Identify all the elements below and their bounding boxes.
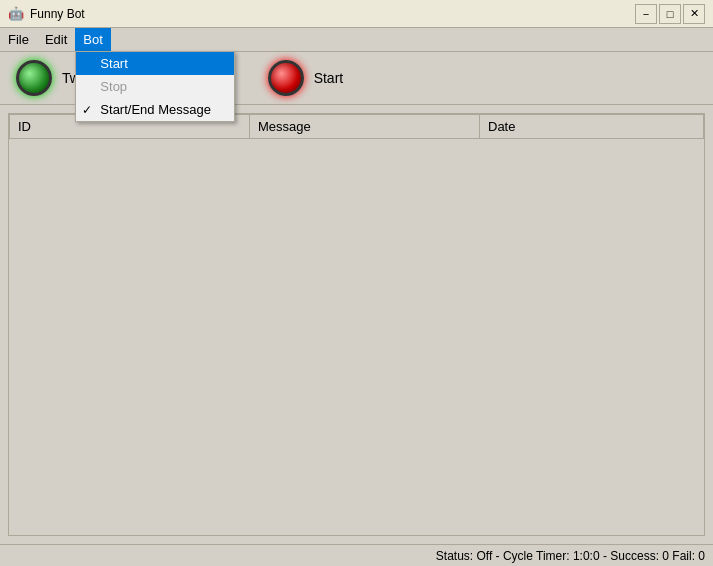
status-bar: Status: Off - Cycle Timer: 1:0:0 - Succe…	[0, 544, 713, 566]
data-table-container: ID Message Date	[8, 113, 705, 536]
col-header-date: Date	[480, 115, 704, 139]
bot-menu-start[interactable]: Start	[76, 52, 234, 75]
app-icon: 🤖	[8, 6, 24, 22]
app-title: Funny Bot	[30, 7, 85, 21]
menu-item-file[interactable]: File	[0, 28, 37, 51]
bot-dropdown: Start Stop ✓ Start/End Message	[75, 51, 235, 122]
menu-item-bot[interactable]: Bot Start Stop ✓ Start/End Message	[75, 28, 111, 51]
col-header-message: Message	[250, 115, 480, 139]
bot-menu-start-label: Start	[100, 56, 127, 71]
menu-item-edit[interactable]: Edit	[37, 28, 75, 51]
bot-menu-stop-label: Stop	[100, 79, 127, 94]
check-icon: ✓	[82, 103, 92, 117]
minimize-button[interactable]: −	[635, 4, 657, 24]
close-button[interactable]: ✕	[683, 4, 705, 24]
tweets-led	[16, 60, 52, 96]
main-content: Tweets Timer Start ID Message Date	[0, 52, 713, 544]
title-bar: 🤖 Funny Bot − □ ✕	[0, 0, 713, 28]
start-label: Start	[314, 70, 344, 86]
window-controls: − □ ✕	[635, 4, 705, 24]
bot-menu-start-end-message[interactable]: ✓ Start/End Message	[76, 98, 234, 121]
status-text: Status: Off - Cycle Timer: 1:0:0 - Succe…	[436, 549, 705, 563]
start-indicator: Start	[268, 60, 344, 96]
bot-menu-stop[interactable]: Stop	[76, 75, 234, 98]
start-led	[268, 60, 304, 96]
menu-bar: File Edit Bot Start Stop ✓ Start/End Mes…	[0, 28, 713, 52]
bot-menu-start-end-message-label: Start/End Message	[100, 102, 211, 117]
maximize-button[interactable]: □	[659, 4, 681, 24]
